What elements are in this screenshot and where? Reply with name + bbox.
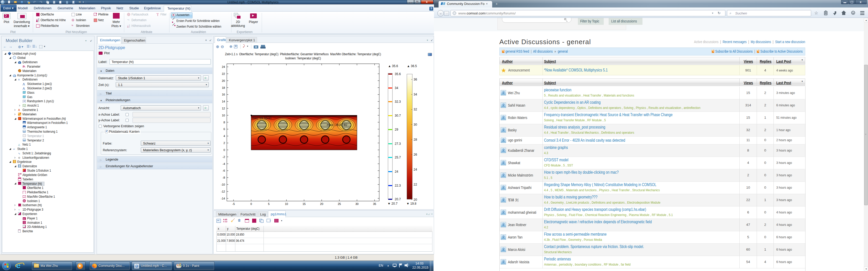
svg-text:32.3: 32.3 <box>395 100 401 103</box>
svg-text:20: 20 <box>320 202 323 205</box>
svg-text:22.3: 22.3 <box>395 184 401 188</box>
svg-text:4: 4 <box>223 134 225 138</box>
svg-text:-2: -2 <box>222 156 225 159</box>
svg-text:24: 24 <box>413 168 417 171</box>
svg-text:20: 20 <box>222 79 225 82</box>
svg-text:26: 26 <box>413 153 417 157</box>
svg-text:34: 34 <box>413 93 417 96</box>
svg-text:32: 32 <box>413 108 417 111</box>
svg-text:35.6: 35.6 <box>395 72 401 76</box>
svg-text:20: 20 <box>413 198 417 202</box>
svg-text:10: 10 <box>222 114 225 117</box>
svg-text:▲ 36.5: ▲ 36.5 <box>407 64 417 68</box>
svg-text:6: 6 <box>223 128 225 131</box>
svg-text:27.3: 27.3 <box>395 142 401 145</box>
svg-text:15: 15 <box>303 202 306 205</box>
svg-text:2: 2 <box>223 141 225 144</box>
svg-text:-6: -6 <box>222 169 225 172</box>
svg-text:max: 36.4740: max: 36.4740 <box>327 123 347 127</box>
svg-text:30: 30 <box>413 123 417 127</box>
svg-text:35: 35 <box>373 202 376 205</box>
svg-text:18: 18 <box>222 86 225 89</box>
svg-text:▲ 35.6: ▲ 35.6 <box>388 64 398 68</box>
svg-text:22: 22 <box>413 183 417 187</box>
svg-text:▼ 19.8: ▼ 19.8 <box>406 202 416 205</box>
svg-text:-14: -14 <box>221 197 225 200</box>
svg-text:▼ 20.7: ▼ 20.7 <box>388 202 398 205</box>
svg-text:-10: -10 <box>221 183 225 186</box>
svg-text:24: 24 <box>395 170 398 173</box>
svg-text:25: 25 <box>338 202 341 205</box>
svg-text:10: 10 <box>285 202 288 205</box>
svg-text:28: 28 <box>413 138 417 141</box>
svg-text:30: 30 <box>355 202 359 205</box>
svg-text:5: 5 <box>268 202 270 205</box>
svg-text:14: 14 <box>222 100 225 103</box>
svg-text:-8: -8 <box>222 176 225 179</box>
svg-text:0: 0 <box>250 202 252 205</box>
svg-text:36: 36 <box>413 78 417 81</box>
svg-text:12: 12 <box>222 107 225 110</box>
svg-text:-12: -12 <box>221 190 225 193</box>
svg-text:8: 8 <box>223 121 225 124</box>
svg-text:20.7: 20.7 <box>395 197 401 201</box>
svg-text:30.7: 30.7 <box>395 114 401 117</box>
svg-text:34: 34 <box>395 86 398 90</box>
svg-text:-5: -5 <box>232 202 235 205</box>
svg-text:22: 22 <box>222 72 225 75</box>
svg-text:min: 19.8500: min: 19.8500 <box>252 116 271 120</box>
svg-text:25.7: 25.7 <box>395 156 401 159</box>
svg-text:29: 29 <box>395 128 398 131</box>
svg-text:-4: -4 <box>222 162 225 165</box>
svg-text:16: 16 <box>222 93 225 96</box>
svg-text:24: 24 <box>222 65 225 68</box>
svg-text:0: 0 <box>223 148 225 151</box>
